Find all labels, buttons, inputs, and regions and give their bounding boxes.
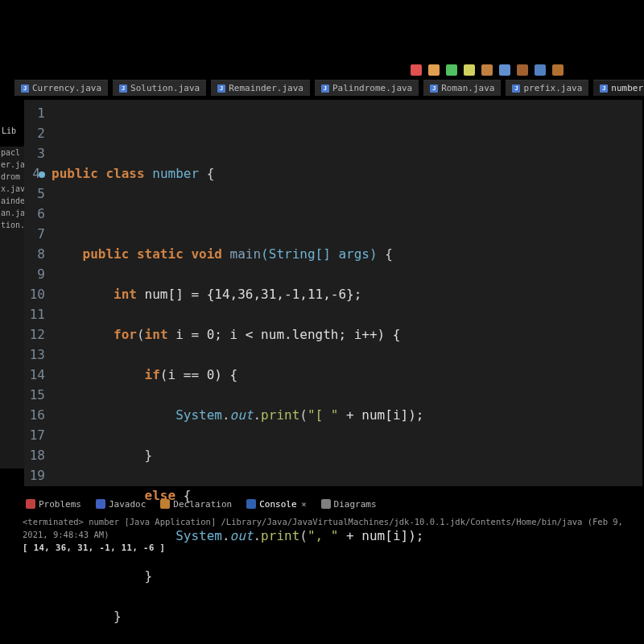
tab-console[interactable]: Console× <box>243 497 309 511</box>
line-number: 16 <box>24 405 45 425</box>
tab-label: Diagrams <box>334 499 377 510</box>
stop-icon[interactable] <box>411 64 422 76</box>
tab-roman[interactable]: JRoman.java <box>423 80 501 96</box>
code-line: public class number { <box>52 163 642 184</box>
step-icon[interactable] <box>499 64 510 76</box>
tab-declaration[interactable]: Declaration <box>157 497 235 511</box>
line-number: 8 <box>24 244 45 264</box>
tab-label: Remainder.java <box>229 83 303 93</box>
save-icon[interactable] <box>535 64 546 76</box>
java-file-icon: J <box>512 85 520 93</box>
code-line: System.out.print("[ " + num[i]); <box>52 405 642 425</box>
line-number: 1 <box>24 103 45 123</box>
sidebar-item[interactable]: ainde <box>0 195 26 207</box>
sidebar-item[interactable]: drom <box>0 171 26 183</box>
tab-label: Palindrome.java <box>332 83 412 93</box>
java-file-icon: J <box>21 85 29 93</box>
screen: JCurrency.java JSolution.java JRemainder… <box>0 0 644 644</box>
folder-icon[interactable] <box>552 64 564 76</box>
code-line: public static void main(String[] args) { <box>52 244 642 264</box>
javadoc-icon <box>96 499 105 509</box>
line-gutter: 1 2 3 4 5 6 7 8 9 10 11 12 13 14 15 16 1… <box>24 100 52 486</box>
line-number: 9 <box>24 264 45 284</box>
tab-label: Console <box>259 499 296 510</box>
code-editor[interactable]: 1 2 3 4 5 6 7 8 9 10 11 12 13 14 15 16 1… <box>24 100 642 486</box>
gear-icon[interactable] <box>517 64 528 76</box>
line-number: 7 <box>24 224 45 244</box>
debug-icon[interactable] <box>464 64 475 76</box>
tab-remainder[interactable]: JRemainder.java <box>211 80 310 96</box>
tab-label: Problems <box>39 499 81 510</box>
java-file-icon: J <box>600 85 608 93</box>
run-icon[interactable] <box>446 64 457 76</box>
editor-tabs: JCurrency.java JSolution.java JRemainder… <box>14 77 644 98</box>
declaration-icon <box>160 499 170 509</box>
toolbar <box>411 63 564 77</box>
tab-label: Solution.java <box>130 83 200 93</box>
code-line: if(i == 0) { <box>52 365 642 385</box>
line-number: 12 <box>24 324 45 345</box>
tab-diagrams[interactable]: Diagrams <box>318 497 380 511</box>
tab-label: Declaration <box>173 499 232 510</box>
pencil-icon[interactable] <box>481 64 493 76</box>
code-line <box>52 204 642 224</box>
java-file-icon: J <box>217 85 225 93</box>
run-marker-icon[interactable] <box>39 171 45 178</box>
line-number: 19 <box>24 465 45 485</box>
tab-solution[interactable]: JSolution.java <box>113 80 206 96</box>
code-line: } <box>52 566 642 586</box>
line-number: 6 <box>24 204 45 224</box>
tab-label: Roman.java <box>441 83 494 93</box>
java-file-icon: J <box>430 85 438 93</box>
line-number: 11 <box>24 304 45 324</box>
sidebar-item[interactable]: pacl <box>0 147 26 159</box>
tab-label: Javadoc <box>109 499 146 510</box>
problems-icon <box>26 499 35 509</box>
code-line: } <box>52 445 642 465</box>
line-number: 5 <box>24 184 45 204</box>
line-number: 15 <box>24 385 45 405</box>
tab-problems[interactable]: Problems <box>23 497 85 511</box>
java-file-icon: J <box>321 85 329 93</box>
tab-javadoc[interactable]: Javadoc <box>93 497 149 511</box>
line-number: 17 <box>24 425 45 445</box>
sidebar-item[interactable]: tion.j <box>0 219 26 231</box>
sidebar-item[interactable]: an.ja <box>0 207 26 219</box>
line-number: 13 <box>24 345 45 365</box>
console-header: <terminated> number [Java Application] /… <box>23 515 634 541</box>
line-number: 2 <box>24 123 45 143</box>
line-number: 4 <box>24 163 45 184</box>
tab-palindrome[interactable]: JPalindrome.java <box>315 80 419 96</box>
code-area[interactable]: public class number { public static void… <box>52 100 642 486</box>
sidebar-item[interactable]: er.ja <box>0 159 26 171</box>
bottom-view-tabs: Problems Javadoc Declaration Console× Di… <box>23 495 380 513</box>
line-number: 18 <box>24 445 45 465</box>
console-output: [ 14, 36, 31, -1, 11, -6 ] <box>23 541 634 554</box>
code-line: } <box>52 606 642 626</box>
tab-number[interactable]: Jnumber.java <box>593 80 644 96</box>
code-line: for(int i = 0; i < num.length; i++) { <box>52 324 642 345</box>
tab-currency[interactable]: JCurrency.java <box>14 80 108 96</box>
java-file-icon: J <box>119 85 127 93</box>
code-line <box>52 123 642 143</box>
console-icon <box>246 499 256 509</box>
diagrams-icon <box>321 499 331 509</box>
code-line: int num[] = {14,36,31,-1,11,-6}; <box>52 284 642 304</box>
tab-prefix[interactable]: Jprefix.java <box>506 80 588 96</box>
sidebar-item[interactable]: x.jav <box>0 183 26 195</box>
tab-label: Currency.java <box>32 83 101 93</box>
package-explorer: pacl er.ja drom x.jav ainde an.ja tion.j <box>0 147 26 469</box>
line-number: 14 <box>24 365 45 385</box>
build-icon[interactable] <box>428 64 440 76</box>
sidebar-lib-label: Lib <box>0 125 18 137</box>
close-icon[interactable]: × <box>302 500 307 509</box>
line-number: 10 <box>24 284 45 304</box>
console-view: <terminated> number [Java Application] /… <box>23 515 634 554</box>
line-number: 3 <box>24 143 45 163</box>
tab-label: prefix.java <box>523 83 582 93</box>
tab-label: number.java <box>611 83 644 93</box>
